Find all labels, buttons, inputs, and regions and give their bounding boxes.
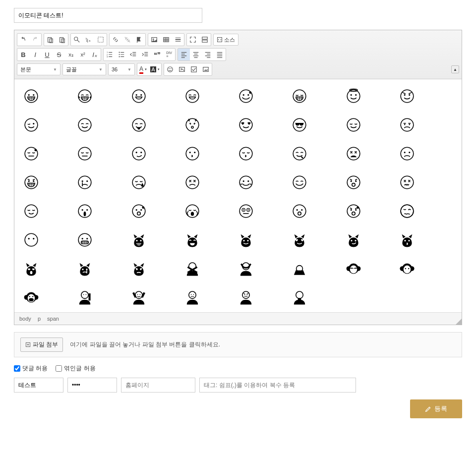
align-left-button[interactable] [178,49,190,60]
ordered-list-button[interactable]: 123 [104,49,116,60]
editor-content-area[interactable] [14,79,462,312]
path-span[interactable]: span [47,316,59,322]
svg-point-135 [30,271,33,274]
svg-point-117 [357,206,359,209]
submit-button[interactable]: 등록 [410,399,462,418]
indent-button[interactable] [139,49,151,60]
emoji-no-mouth [23,232,41,250]
image-block-button[interactable] [200,63,212,75]
svg-point-23 [171,68,172,69]
hr-button[interactable] [172,34,184,46]
svg-point-81 [132,176,145,189]
emoji-cat-smile [238,232,256,250]
align-justify-button[interactable] [214,49,226,60]
svg-point-110 [297,209,298,211]
find-button[interactable] [71,34,83,46]
fontsize-select[interactable]: 36▼ [108,63,135,75]
emoji-savoring [77,117,95,135]
nickname-input[interactable] [14,378,63,393]
svg-point-46 [404,94,405,96]
redo-button[interactable] [29,34,41,46]
svg-point-92 [25,205,38,218]
maximize-button[interactable] [187,34,199,46]
underline-button[interactable]: U [41,49,53,60]
superscript-button[interactable]: x² [77,49,89,60]
svg-point-47 [409,94,410,96]
homepage-input[interactable] [121,378,195,393]
undo-button[interactable] [17,34,29,46]
unordered-list-button[interactable] [116,49,127,60]
meta-fields [14,378,462,393]
image-button[interactable] [148,34,160,46]
svg-point-30 [33,94,34,96]
allow-trackback-option[interactable]: 엮인글 허용 [56,364,95,373]
unlink-button[interactable] [121,34,133,46]
blockquote-button[interactable]: ❝❞ [151,49,163,60]
file-upload-area[interactable]: 파일 첨부 여기에 파일을 끌어 놓거나 파일 첨부 버튼을 클릭하세요. [14,332,462,357]
emoji-confounded [399,174,417,192]
svg-point-109 [293,205,306,218]
path-body[interactable]: body [19,316,31,322]
path-p[interactable]: p [38,316,41,322]
format-select[interactable]: 본문▼ [17,63,60,75]
font-select[interactable]: 글꼴▼ [62,63,106,75]
table-button[interactable] [160,34,172,46]
link-button[interactable] [110,34,121,46]
svg-point-123 [78,233,91,246]
checkbox-button[interactable] [188,63,200,75]
svg-point-65 [140,152,142,153]
svg-point-128 [140,240,141,241]
title-input[interactable] [14,8,202,23]
toolbar-collapse-button[interactable]: ▲ [451,65,459,73]
subscript-button[interactable]: x₂ [65,49,77,60]
svg-point-45 [401,90,414,103]
svg-point-80 [86,180,88,182]
smiley-button[interactable] [164,63,176,75]
tags-input[interactable] [199,378,356,393]
showblocks-button[interactable] [199,34,211,46]
svg-point-174 [296,291,303,298]
svg-point-73 [404,152,405,153]
removeformat-button[interactable]: Iₓ [89,49,101,60]
emoji-raising-hand [77,289,95,307]
emoji-devil [399,88,417,106]
replace-button[interactable]: ba [83,34,95,46]
div-button[interactable]: DIV≡ [163,49,175,60]
selectall-button[interactable] [95,34,107,46]
svg-point-150 [404,266,411,274]
emoji-smug [23,203,41,221]
svg-point-67 [189,152,190,153]
paste-text-button[interactable]: T [56,34,68,46]
svg-rect-26 [191,67,197,72]
emoji-bowing [292,261,309,279]
allow-trackback-label: 엮인글 허용 [64,364,95,373]
emoji-happy-raise [131,289,149,307]
paste-button[interactable] [44,34,56,46]
allow-comment-option[interactable]: 댓글 허용 [14,364,48,373]
resize-handle-icon[interactable] [456,319,462,325]
emoji-woozy [399,203,417,221]
italic-button[interactable]: I [29,49,41,60]
textcolor-button[interactable]: A▼ [137,63,149,75]
emoji-flushed [238,203,256,221]
svg-point-82 [186,176,199,189]
emoji-cat-kiss [399,232,417,250]
align-right-button[interactable] [202,49,214,60]
outdent-button[interactable] [127,49,139,60]
image-upload-button[interactable] [176,63,188,75]
svg-point-139 [140,269,141,270]
allow-trackback-checkbox[interactable] [56,365,62,372]
bgcolor-button[interactable]: A▼ [149,63,161,75]
password-input[interactable] [67,378,117,393]
svg-point-131 [351,240,352,241]
source-button[interactable]: 소스 [213,34,238,46]
strike-button[interactable]: S [53,49,65,60]
svg-point-20 [119,56,120,57]
align-center-button[interactable] [190,49,202,60]
anchor-button[interactable] [133,34,145,46]
bold-button[interactable]: B [17,49,29,60]
allow-comment-checkbox[interactable] [14,365,20,372]
svg-point-61 [34,149,37,151]
svg-point-114 [350,209,352,211]
file-attach-button[interactable]: 파일 첨부 [20,338,63,352]
